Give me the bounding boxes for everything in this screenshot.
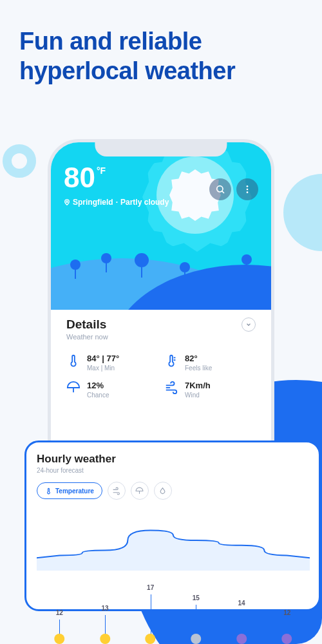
hourly-subtitle: 24-hour forecast (37, 467, 310, 474)
chart-hour-column[interactable]: 148pm (219, 571, 265, 644)
chart-hour-column[interactable]: 157pm (173, 571, 219, 644)
expand-details-button[interactable] (242, 317, 256, 332)
svg-point-0 (66, 201, 68, 203)
thermometer-icon (45, 488, 52, 495)
wind-label: Wind (185, 392, 211, 399)
wind-value: 7Km/h (185, 381, 211, 390)
hourly-weather-card: Hourly weather 24-hour forecast Temperat… (24, 440, 321, 611)
metric-wind: 7Km/h Wind (164, 381, 256, 399)
chip-wind[interactable] (108, 482, 126, 500)
chart-hour-column[interactable]: 124pm (37, 571, 82, 644)
location-pin-icon (64, 199, 70, 205)
metric-maxmin: 84° | 77° Max | Min (66, 354, 158, 372)
chart-drop-line (196, 605, 196, 635)
phone-notch (95, 142, 227, 156)
chip-precip[interactable] (131, 482, 149, 500)
metric-feelslike: 82° Feels like (164, 354, 256, 372)
wind-icon (164, 381, 178, 395)
svg-point-4 (247, 189, 249, 191)
hourly-chart: 124pm135pm176pm157pm148pm129pm (37, 506, 310, 603)
hour-weather-icon (191, 634, 201, 644)
chart-point-value: 14 (238, 600, 245, 607)
chart-drop-line (242, 610, 242, 635)
chart-point-value: 13 (101, 605, 108, 612)
hero-panel: 80 °F Springfield · Partly cloudy (51, 142, 271, 310)
chip-temperature-label: Temperature (55, 488, 94, 495)
svg-point-3 (247, 185, 249, 187)
temperature-value: 80 (64, 162, 95, 194)
maxmin-value: 84° | 77° (87, 354, 119, 363)
chart-point-value: 17 (147, 584, 154, 591)
droplet-icon (158, 487, 167, 495)
dot-separator: · (116, 198, 118, 207)
hourly-title: Hourly weather (37, 453, 310, 466)
more-menu-button[interactable] (236, 178, 258, 200)
thermometer-icon (66, 354, 80, 368)
hour-weather-icon (282, 634, 292, 644)
decorative-ring (3, 144, 36, 178)
chance-label: Chance (87, 392, 109, 399)
thermometer-sun-icon (164, 354, 178, 368)
umbrella-icon (135, 487, 144, 495)
details-title: Details (66, 317, 108, 332)
chip-humidity[interactable] (154, 482, 172, 500)
chevron-down-icon (245, 321, 252, 328)
landscape-illustration (51, 232, 271, 310)
chart-hour-column[interactable]: 176pm (128, 571, 173, 644)
condition-text: Partly cloudy (120, 198, 169, 207)
temperature-unit: °F (97, 166, 106, 176)
chart-drop-line (287, 620, 288, 635)
chart-drop-line (151, 594, 151, 635)
maxmin-label: Max | Min (87, 365, 119, 372)
svg-line-2 (222, 191, 224, 193)
hourly-chip-row: Temperature (37, 482, 310, 500)
chart-point-value: 15 (193, 594, 200, 601)
search-button[interactable] (209, 178, 231, 200)
more-vertical-icon (242, 184, 252, 194)
chart-drop-line (105, 615, 106, 635)
svg-point-5 (247, 191, 249, 193)
hour-weather-icon (146, 634, 156, 644)
decorative-arc (283, 174, 322, 251)
details-subtitle: Weather now (66, 333, 108, 341)
hour-weather-icon (100, 634, 110, 644)
promo-headline: Fun and reliable hyperlocal weather (0, 0, 322, 86)
feelslike-value: 82° (185, 354, 212, 363)
wind-icon (112, 487, 120, 495)
hour-weather-icon (236, 634, 247, 644)
svg-point-1 (217, 186, 223, 192)
chart-hour-column[interactable]: 135pm (82, 571, 128, 644)
hour-weather-icon (54, 634, 64, 644)
feelslike-label: Feels like (185, 365, 212, 372)
metric-chance: 12% Chance (66, 381, 158, 399)
chart-point-value: 12 (283, 609, 290, 616)
location-name: Springfield (73, 198, 113, 207)
umbrella-icon (66, 381, 80, 395)
chart-point-value: 12 (56, 609, 63, 616)
chance-value: 12% (87, 381, 109, 390)
chip-temperature[interactable]: Temperature (37, 482, 102, 499)
search-icon (215, 184, 225, 194)
chart-hour-column[interactable]: 129pm (264, 571, 310, 644)
chart-drop-line (59, 620, 60, 635)
details-card: Details Weather now 84° | 77° Max | Min … (56, 306, 266, 408)
